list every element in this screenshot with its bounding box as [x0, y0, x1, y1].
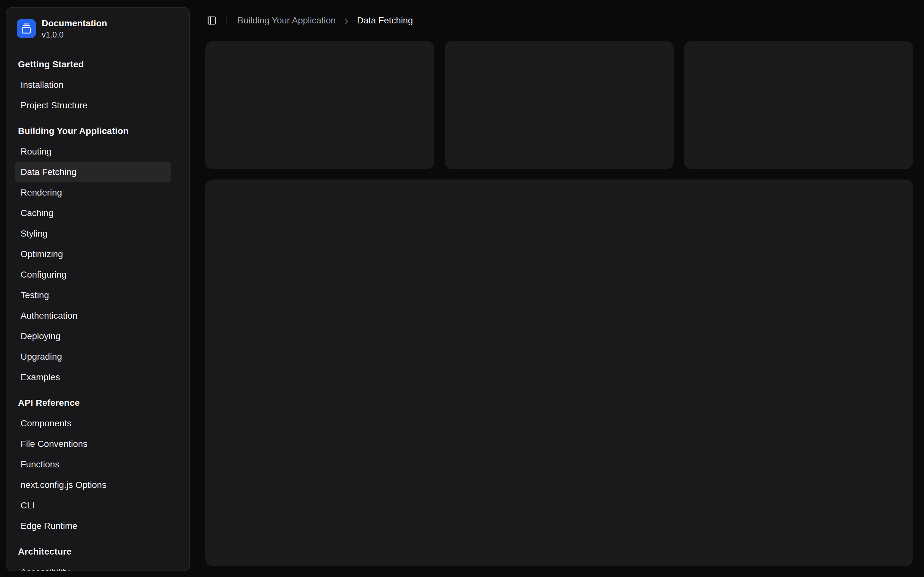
app-logo [17, 19, 36, 38]
sidebar-group-architecture: ArchitectureAccessibility [11, 542, 184, 571]
sidebar-group-building-your-application: Building Your ApplicationRoutingData Fet… [11, 121, 184, 388]
placeholder-main-panel [205, 179, 913, 566]
sidebar-item-installation[interactable]: Installation [15, 75, 171, 95]
header-separator [226, 15, 226, 26]
placeholder-card [445, 41, 674, 169]
sidebar-group-getting-started: Getting StartedInstallationProject Struc… [11, 54, 184, 116]
breadcrumb-current-page: Data Fetching [357, 15, 413, 26]
sidebar-item-upgrading[interactable]: Upgrading [15, 347, 171, 367]
sidebar-item-examples[interactable]: Examples [15, 367, 171, 388]
sidebar-item-styling[interactable]: Styling [15, 223, 171, 244]
sidebar-item-next-config-js-options[interactable]: next.config.js Options [15, 475, 171, 495]
sidebar-group-label: Architecture [11, 542, 184, 562]
app-title: Documentation [42, 18, 107, 29]
breadcrumb: Building Your Application Data Fetching [237, 0, 413, 41]
sidebar-group-label: Building Your Application [11, 121, 184, 141]
sidebar-item-data-fetching[interactable]: Data Fetching [15, 162, 171, 182]
placeholder-cards-row [205, 41, 913, 169]
sidebar-item-configuring[interactable]: Configuring [15, 264, 171, 285]
sidebar-item-cli[interactable]: CLI [15, 495, 171, 516]
sidebar-item-testing[interactable]: Testing [15, 285, 171, 306]
placeholder-card [205, 41, 435, 169]
sidebar-item-authentication[interactable]: Authentication [15, 306, 171, 326]
sidebar-item-caching[interactable]: Caching [15, 203, 171, 223]
sidebar-group-label: Getting Started [11, 54, 184, 75]
chevron-right-icon [342, 16, 351, 25]
sidebar-item-project-structure[interactable]: Project Structure [15, 95, 171, 116]
sidebar-groups: Getting StartedInstallationProject Struc… [11, 54, 184, 571]
sidebar-item-optimizing[interactable]: Optimizing [15, 244, 171, 264]
sidebar-item-deploying[interactable]: Deploying [15, 326, 171, 347]
sidebar-item-routing[interactable]: Routing [15, 141, 171, 162]
sidebar-group-api-reference: API ReferenceComponentsFile ConventionsF… [11, 393, 184, 536]
sidebar-toggle-button[interactable] [203, 11, 221, 29]
sidebar-header-text: Documentation v1.0.0 [42, 18, 107, 39]
breadcrumb-parent-link[interactable]: Building Your Application [237, 15, 336, 26]
app-version: v1.0.0 [42, 30, 107, 39]
sidebar-item-edge-runtime[interactable]: Edge Runtime [15, 516, 171, 536]
sidebar-item-accessibility[interactable]: Accessibility [15, 562, 171, 571]
sidebar-item-file-conventions[interactable]: File Conventions [15, 434, 171, 454]
gallery-vertical-end-icon [21, 23, 32, 34]
sidebar: Documentation v1.0.0 Getting StartedInst… [6, 7, 190, 571]
sidebar-item-components[interactable]: Components [15, 413, 171, 434]
sidebar-header-button[interactable]: Documentation v1.0.0 [11, 13, 184, 45]
sidebar-group-label: API Reference [11, 393, 184, 413]
placeholder-card [684, 41, 913, 169]
sidebar-item-functions[interactable]: Functions [15, 454, 171, 475]
panel-left-icon [207, 16, 216, 25]
sidebar-item-rendering[interactable]: Rendering [15, 182, 171, 203]
